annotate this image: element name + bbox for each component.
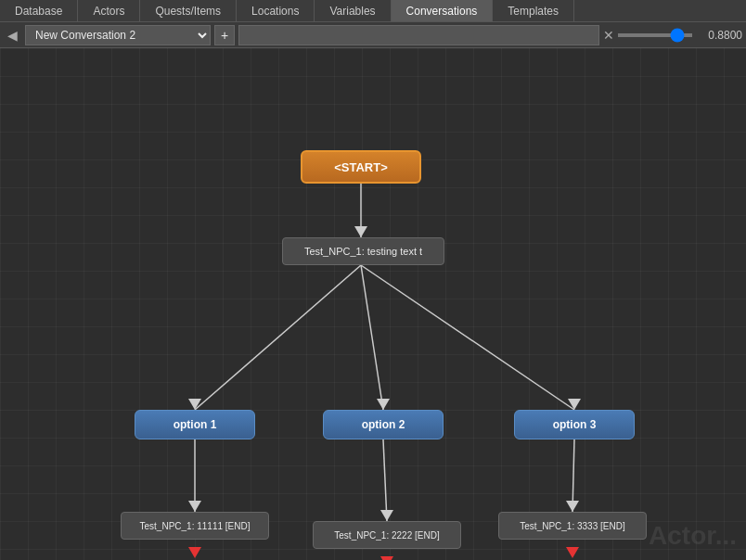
zoom-slider[interactable] [618, 33, 692, 37]
end-node-1-label: Test_NPC_1: 11111 [END] [140, 521, 251, 531]
tab-database[interactable]: Database [0, 0, 78, 21]
option-3-node[interactable]: option 3 [514, 410, 635, 439]
error-triangle-3 [566, 547, 579, 558]
tab-variables[interactable]: Variables [315, 0, 391, 21]
svg-marker-10 [568, 399, 581, 410]
svg-marker-7 [354, 226, 367, 237]
zoom-value: 0.8800 [696, 29, 742, 42]
svg-line-2 [361, 265, 383, 410]
error-triangle-2 [380, 556, 393, 560]
error-triangle-1 [188, 547, 201, 558]
svg-marker-9 [377, 399, 390, 410]
tab-quests-items[interactable]: Quests/Items [140, 0, 237, 21]
connections-svg [0, 48, 746, 560]
svg-line-3 [361, 265, 574, 410]
add-conversation-button[interactable]: + [214, 25, 235, 45]
conversation-selector[interactable]: New Conversation 2 [25, 25, 211, 45]
npc-main-label: Test_NPC_1: testing text t [304, 246, 422, 257]
toolbar-left: ◀ New Conversation 2 + [4, 25, 235, 45]
watermark-text: Actor... [649, 521, 737, 551]
tab-actors[interactable]: Actors [78, 0, 140, 21]
end-node-3-label: Test_NPC_1: 3333 [END] [520, 521, 624, 531]
npc-main-node[interactable]: Test_NPC_1: testing text t [282, 237, 444, 265]
clear-search-button[interactable]: ✕ [603, 28, 614, 43]
tab-locations[interactable]: Locations [237, 0, 315, 21]
nav-back-arrow[interactable]: ◀ [4, 28, 21, 43]
end-node-1[interactable]: Test_NPC_1: 11111 [END] [121, 512, 269, 540]
svg-line-6 [572, 439, 574, 512]
start-node-label: <START> [334, 160, 388, 174]
toolbar: ◀ New Conversation 2 + ✕ 0.8800 [0, 22, 746, 48]
canvas[interactable]: <START> Test_NPC_1: testing text t optio… [0, 48, 746, 560]
start-node[interactable]: <START> [301, 150, 421, 184]
end-node-2[interactable]: Test_NPC_1: 2222 [END] [313, 521, 461, 549]
option-1-node[interactable]: option 1 [135, 410, 255, 439]
search-area: ✕ 0.8800 [238, 25, 742, 45]
svg-marker-13 [566, 501, 579, 512]
option-2-node[interactable]: option 2 [323, 410, 444, 439]
svg-marker-12 [380, 510, 393, 521]
svg-marker-8 [188, 399, 201, 410]
svg-line-5 [383, 439, 387, 521]
end-node-2-label: Test_NPC_1: 2222 [END] [334, 530, 439, 541]
option-3-label: option 3 [553, 418, 597, 431]
svg-line-1 [195, 265, 361, 410]
search-input[interactable] [238, 25, 599, 45]
option-1-label: option 1 [174, 418, 217, 431]
end-node-3[interactable]: Test_NPC_1: 3333 [END] [498, 512, 647, 540]
option-2-label: option 2 [362, 418, 405, 431]
tab-templates[interactable]: Templates [493, 0, 574, 21]
top-nav: Database Actors Quests/Items Locations V… [0, 0, 746, 22]
tab-conversations[interactable]: Conversations [392, 0, 494, 21]
svg-marker-11 [188, 501, 201, 512]
